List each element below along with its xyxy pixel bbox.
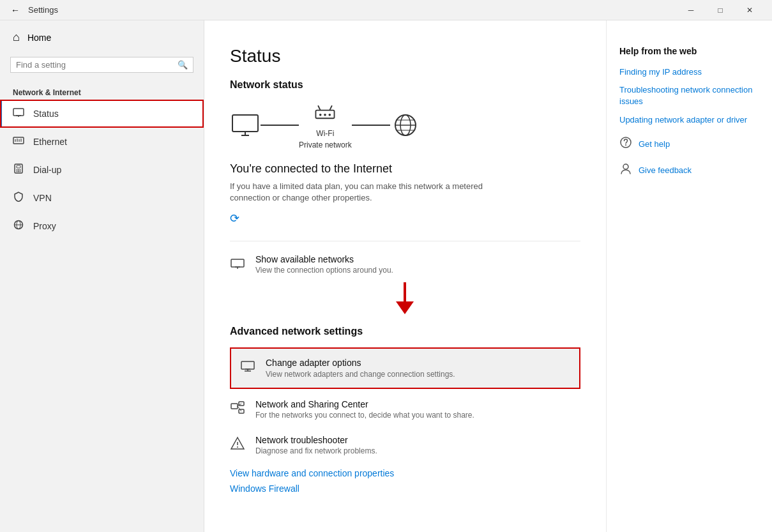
show-networks-item[interactable]: Show available networks View the connect… bbox=[230, 247, 580, 282]
sharing-center-sub: For the networks you connect to, decide … bbox=[255, 411, 474, 420]
network-diagram: Wi-Fi Private network bbox=[230, 101, 580, 149]
search-icon: 🔍 bbox=[178, 60, 188, 70]
network-type-label: Private network bbox=[299, 141, 352, 149]
svg-point-11 bbox=[18, 169, 19, 171]
maximize-button[interactable]: □ bbox=[706, 0, 735, 20]
svg-point-50 bbox=[625, 144, 626, 146]
line2 bbox=[352, 125, 390, 126]
sidebar-item-vpn-label: VPN bbox=[33, 193, 52, 203]
connected-sub: If you have a limited data plan, you can… bbox=[230, 181, 485, 204]
advanced-title: Advanced network settings bbox=[230, 326, 580, 337]
network-section-title: Network status bbox=[230, 79, 580, 91]
change-adapter-title: Change adapter options bbox=[266, 358, 455, 368]
vpn-icon bbox=[13, 192, 24, 204]
windows-firewall-link[interactable]: Windows Firewall bbox=[230, 483, 580, 494]
app-body: ⌂ Home 🔍 Network & Internet Status bbox=[0, 20, 772, 532]
sidebar-item-vpn[interactable]: VPN bbox=[0, 184, 204, 212]
sharing-center-icon bbox=[230, 400, 245, 418]
status-icon bbox=[13, 107, 24, 120]
change-adapter-card[interactable]: Change adapter options View network adap… bbox=[230, 347, 580, 389]
sidebar-item-proxy-label: Proxy bbox=[33, 221, 56, 231]
back-button[interactable]: ← bbox=[8, 3, 23, 18]
svg-line-25 bbox=[330, 105, 333, 110]
sharing-center-item[interactable]: Network and Sharing Center For the netwo… bbox=[230, 391, 580, 427]
troubleshooter-icon bbox=[230, 436, 245, 453]
help-title: Help from the web bbox=[619, 46, 759, 56]
search-input[interactable] bbox=[16, 60, 178, 70]
svg-point-51 bbox=[623, 164, 628, 169]
troubleshooter-text: Network troubleshooter Diagnose and fix … bbox=[255, 435, 377, 455]
sidebar-item-proxy[interactable]: Proxy bbox=[0, 212, 204, 240]
svg-rect-9 bbox=[17, 165, 20, 168]
sidebar-home-label: Home bbox=[27, 33, 51, 43]
feedback-label[interactable]: Give feedback bbox=[639, 165, 692, 175]
help-link-troubleshoot[interactable]: Troubleshooting network connection issue… bbox=[619, 84, 759, 107]
get-help-action[interactable]: Get help bbox=[619, 136, 759, 152]
line1 bbox=[261, 125, 299, 126]
svg-point-12 bbox=[20, 169, 21, 171]
svg-line-24 bbox=[318, 105, 321, 110]
svg-rect-3 bbox=[13, 137, 24, 144]
get-help-label[interactable]: Get help bbox=[639, 139, 670, 149]
svg-point-27 bbox=[324, 114, 327, 116]
svg-point-26 bbox=[319, 114, 322, 116]
help-link-ip[interactable]: Finding my IP address bbox=[619, 66, 759, 78]
svg-line-45 bbox=[238, 406, 241, 411]
svg-rect-34 bbox=[231, 259, 244, 267]
ethernet-icon bbox=[13, 135, 24, 148]
divider1 bbox=[230, 241, 580, 241]
connected-title: You're connected to the Internet bbox=[230, 162, 580, 176]
help-link-troubleshoot-line2: issues bbox=[619, 96, 643, 106]
svg-point-28 bbox=[329, 114, 331, 116]
wifi-label: Wi-Fi bbox=[316, 129, 334, 138]
help-link-troubleshoot-line1: Troubleshooting network connection bbox=[619, 85, 752, 95]
change-adapter-sub: View network adapters and change connect… bbox=[266, 370, 455, 379]
sidebar-section-label: Network & Internet bbox=[0, 83, 204, 100]
router-icon: Wi-Fi Private network bbox=[299, 101, 352, 149]
main-content: Status Network status bbox=[204, 20, 606, 532]
sidebar-item-ethernet-label: Ethernet bbox=[33, 137, 67, 147]
sharing-center-text: Network and Sharing Center For the netwo… bbox=[255, 399, 474, 420]
help-panel: Help from the web Finding my IP address … bbox=[606, 20, 772, 532]
svg-point-13 bbox=[17, 171, 18, 172]
home-icon: ⌂ bbox=[13, 31, 20, 44]
window-controls: ─ □ ✕ bbox=[676, 0, 764, 20]
feedback-action[interactable]: Give feedback bbox=[619, 162, 759, 178]
get-help-icon bbox=[619, 136, 632, 152]
red-arrow-annotation bbox=[396, 282, 414, 314]
show-networks-text: Show available networks View the connect… bbox=[255, 254, 393, 275]
sidebar-item-home[interactable]: ⌂ Home bbox=[0, 20, 204, 54]
minimize-icon: ─ bbox=[688, 6, 694, 15]
sidebar-item-dialup[interactable]: Dial-up bbox=[0, 156, 204, 184]
dialup-icon bbox=[13, 163, 24, 176]
close-icon: ✕ bbox=[746, 6, 753, 15]
sidebar-item-status[interactable]: Status bbox=[0, 100, 204, 128]
troubleshooter-title: Network troubleshooter bbox=[255, 435, 377, 445]
show-networks-title: Show available networks bbox=[255, 254, 393, 264]
back-icon: ← bbox=[11, 5, 20, 15]
svg-rect-41 bbox=[231, 404, 238, 409]
svg-rect-0 bbox=[13, 109, 24, 116]
feedback-icon bbox=[619, 162, 632, 178]
svg-point-10 bbox=[17, 169, 18, 171]
close-button[interactable]: ✕ bbox=[735, 0, 764, 20]
troubleshooter-item[interactable]: Network troubleshooter Diagnose and fix … bbox=[230, 427, 580, 463]
svg-rect-37 bbox=[241, 361, 254, 369]
loading-indicator: ⟳ bbox=[230, 211, 580, 225]
show-networks-icon bbox=[230, 255, 245, 273]
change-adapter-icon bbox=[240, 359, 255, 375]
svg-point-48 bbox=[237, 446, 238, 448]
sidebar-item-ethernet[interactable]: Ethernet bbox=[0, 128, 204, 156]
minimize-button[interactable]: ─ bbox=[676, 0, 706, 20]
svg-rect-19 bbox=[232, 115, 258, 132]
maximize-icon: □ bbox=[718, 6, 722, 15]
sharing-center-title: Network and Sharing Center bbox=[255, 399, 474, 409]
show-networks-sub: View the connection options around you. bbox=[255, 266, 393, 275]
proxy-icon bbox=[13, 220, 24, 232]
search-box[interactable]: 🔍 bbox=[10, 57, 193, 73]
globe-icon bbox=[390, 112, 421, 138]
change-adapter-text: Change adapter options View network adap… bbox=[266, 358, 455, 379]
view-hardware-link[interactable]: View hardware and connection properties bbox=[230, 468, 580, 478]
titlebar: ← Settings ─ □ ✕ bbox=[0, 0, 772, 20]
help-link-driver[interactable]: Updating network adapter or driver bbox=[619, 114, 759, 126]
